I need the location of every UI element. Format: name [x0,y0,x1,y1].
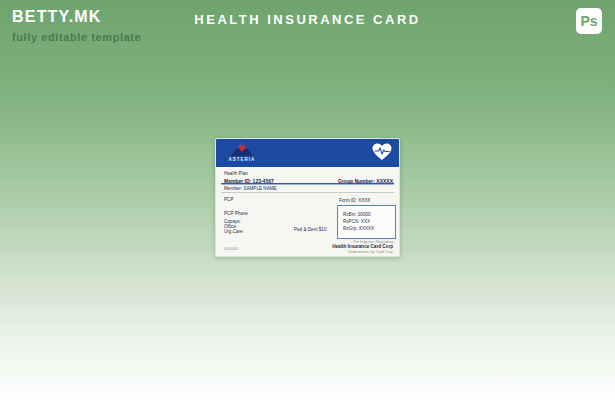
plan-label: Health Plan [224,172,248,177]
template-preview-page: { "page": { "title": "HEALTH INSURANCE C… [0,0,615,400]
rx-pcn: RxPCN: XXX [343,220,370,225]
rx-grp: RxGrp: XXXXX [343,227,374,232]
urg-care-label: Urg.Care: [224,230,244,235]
card-number: 00-0000 [224,247,238,251]
ped-dent-value: Ped & Dent $10 [294,228,326,233]
divider-navy [221,183,394,185]
pcp-phone-label: PCP Phone [224,212,248,217]
divider-gray [221,192,394,193]
heart-pulse-icon [372,143,392,165]
photoshop-badge-icon: Ps [576,8,602,34]
card-header-band: ASTERIA [216,139,399,167]
page-title: HEALTH INSURANCE CARD [0,12,615,27]
triangle-heart-logo-icon [225,141,259,156]
card-footer: For Inquiries Regarding Health Insurance… [332,240,393,254]
footer-underwriter: Underwritten by Card Corp [332,250,393,254]
insurance-card: ASTERIA Health Plan Member ID: 123-4567 … [215,138,400,257]
form-id-label: Form ID: XXXX [339,199,370,204]
pcp-label: PCP [224,198,233,203]
member-name: Member: SAMPLE NAME [224,187,277,192]
insurer-name: ASTERIA [225,157,259,162]
brand-tagline: fully editable template [12,31,141,43]
insurer-logo: ASTERIA [225,141,259,162]
rx-bin: RxBin: 00000 [343,213,371,218]
rx-info-box: RxBin: 00000 RxPCN: XXX RxGrp: XXXXX [337,205,396,239]
footer-company-name: Health Insurance Card Corp [332,244,393,249]
